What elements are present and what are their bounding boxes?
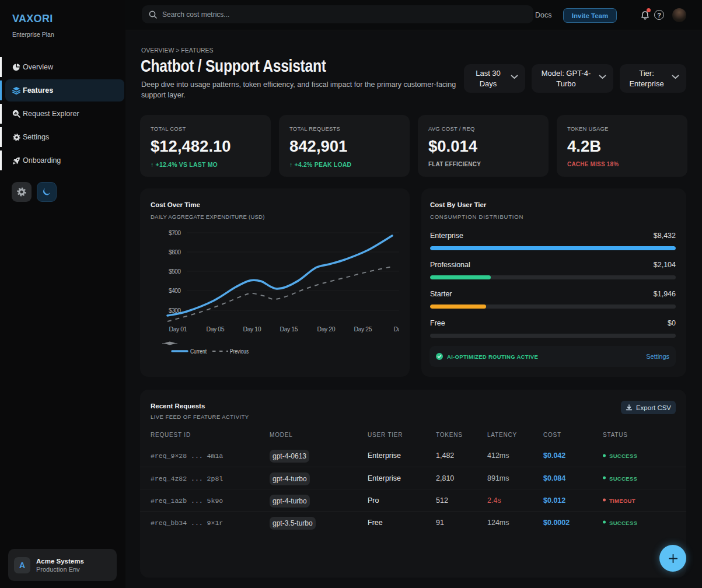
svg-text:Day 05: Day 05 xyxy=(207,326,225,332)
svg-text:$700: $700 xyxy=(169,229,181,236)
svg-text:Day 10: Day 10 xyxy=(243,326,261,332)
svg-text:Day 01: Day 01 xyxy=(169,326,187,332)
svg-text:Day 25: Day 25 xyxy=(354,326,372,332)
svg-text:$400: $400 xyxy=(169,287,181,294)
svg-text:Day 20: Day 20 xyxy=(317,326,336,332)
svg-text:Current: Current xyxy=(190,348,207,355)
svg-text:Day 30: Day 30 xyxy=(394,326,400,332)
svg-text:$600: $600 xyxy=(169,249,181,256)
svg-text:Previous: Previous xyxy=(230,348,249,355)
svg-text:Day 15: Day 15 xyxy=(280,326,298,332)
svg-text:$500: $500 xyxy=(169,268,181,275)
